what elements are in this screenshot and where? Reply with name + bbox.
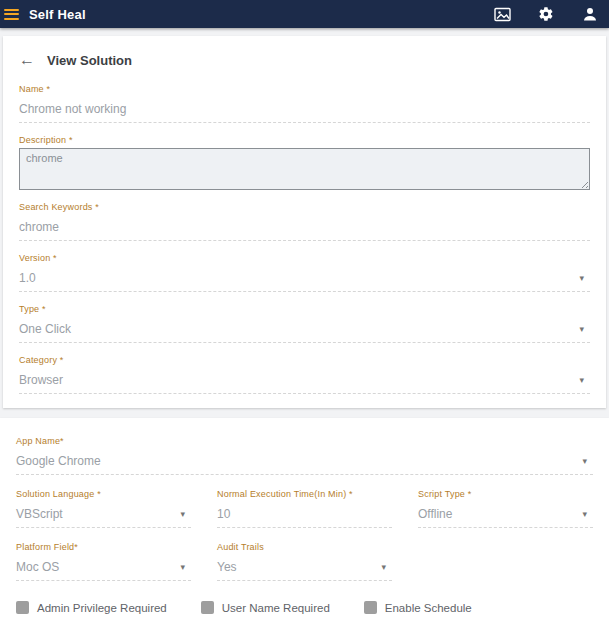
app-name-label: App Name* — [16, 436, 593, 446]
enable-schedule-checkbox[interactable]: Enable Schedule — [364, 601, 472, 614]
version-select[interactable]: 1.0 ▾ — [19, 263, 590, 292]
chevron-down-icon: ▾ — [579, 273, 584, 283]
solution-details-card: App Name* Google Chrome ▾ Solution Langu… — [0, 418, 609, 624]
chevron-down-icon: ▾ — [582, 509, 587, 519]
app-name-select[interactable]: Google Chrome ▾ — [16, 446, 593, 475]
menu-icon[interactable] — [4, 9, 19, 20]
view-solution-card: ← View Solution Name * Chrome not workin… — [3, 36, 606, 408]
audit-trails-label: Audit Trails — [217, 542, 392, 552]
user-name-required-checkbox[interactable]: User Name Required — [201, 601, 330, 614]
execution-time-field: Normal Execution Time(In Min) * 10 — [217, 489, 392, 528]
search-keywords-input[interactable]: chrome — [19, 212, 590, 241]
platform-field-select[interactable]: Moc OS ▾ — [16, 552, 191, 581]
page-title: View Solution — [47, 53, 132, 68]
chevron-down-icon: ▾ — [582, 456, 587, 466]
search-keywords-field: Search Keywords * chrome — [19, 202, 590, 241]
form-row-2: Platform Field* Moc OS ▾ Audit Trails Ye… — [16, 542, 593, 581]
account-icon[interactable] — [581, 5, 599, 23]
category-select[interactable]: Browser ▾ — [19, 365, 590, 394]
chevron-down-icon: ▾ — [180, 562, 185, 572]
chevron-down-icon: ▾ — [381, 562, 386, 572]
execution-time-input[interactable]: 10 — [217, 499, 392, 528]
audit-trails-field: Audit Trails Yes ▾ — [217, 542, 392, 581]
type-label: Type * — [19, 304, 590, 314]
app-title: Self Heal — [29, 7, 86, 22]
settings-gear-icon[interactable] — [537, 5, 555, 23]
admin-privilege-checkbox[interactable]: Admin Privilege Required — [16, 601, 167, 614]
type-select[interactable]: One Click ▾ — [19, 314, 590, 343]
search-keywords-label: Search Keywords * — [19, 202, 590, 212]
resize-grip-icon[interactable] — [579, 179, 588, 188]
solution-language-field: Solution Language * VBScript ▾ — [16, 489, 191, 528]
app-bar: Self Heal — [0, 0, 609, 28]
description-textarea[interactable]: chrome — [19, 148, 590, 190]
empty-cell — [418, 542, 593, 581]
back-arrow-icon[interactable]: ← — [19, 52, 35, 68]
name-input[interactable]: Chrome not working — [19, 94, 590, 123]
image-icon[interactable] — [493, 5, 511, 23]
app-name-field: App Name* Google Chrome ▾ — [16, 436, 593, 475]
category-field: Category * Browser ▾ — [19, 355, 590, 394]
chevron-down-icon: ▾ — [579, 375, 584, 385]
app-bar-actions — [493, 5, 599, 23]
checkbox-icon[interactable] — [16, 601, 29, 614]
version-label: Version * — [19, 253, 590, 263]
name-label: Name * — [19, 84, 590, 94]
description-field: Description * chrome — [19, 135, 590, 190]
checkbox-row: Admin Privilege Required User Name Requi… — [16, 601, 593, 614]
script-type-select[interactable]: Offline ▾ — [418, 499, 593, 528]
solution-language-label: Solution Language * — [16, 489, 191, 499]
form-row-1: Solution Language * VBScript ▾ Normal Ex… — [16, 489, 593, 528]
checkbox-icon[interactable] — [364, 601, 377, 614]
version-field: Version * 1.0 ▾ — [19, 253, 590, 292]
chevron-down-icon: ▾ — [180, 509, 185, 519]
name-field: Name * Chrome not working — [19, 84, 590, 123]
category-label: Category * — [19, 355, 590, 365]
platform-field: Platform Field* Moc OS ▾ — [16, 542, 191, 581]
platform-field-label: Platform Field* — [16, 542, 191, 552]
audit-trails-select[interactable]: Yes ▾ — [217, 552, 392, 581]
script-type-label: Script Type * — [418, 489, 593, 499]
checkbox-icon[interactable] — [201, 601, 214, 614]
script-type-field: Script Type * Offline ▾ — [418, 489, 593, 528]
section-head: ← View Solution — [3, 46, 606, 72]
solution-language-select[interactable]: VBScript ▾ — [16, 499, 191, 528]
type-field: Type * One Click ▾ — [19, 304, 590, 343]
chevron-down-icon: ▾ — [579, 324, 584, 334]
description-label: Description * — [19, 135, 590, 145]
execution-time-label: Normal Execution Time(In Min) * — [217, 489, 392, 499]
